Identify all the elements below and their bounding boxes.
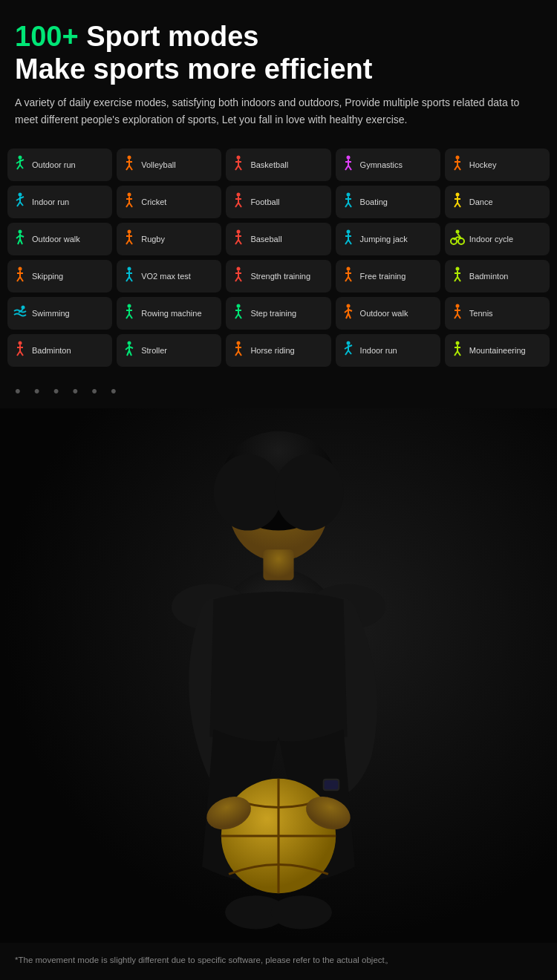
svg-point-127 <box>19 341 22 344</box>
svg-point-138 <box>237 341 241 344</box>
sport-item: Baseball <box>226 223 330 255</box>
svg-line-15 <box>238 166 241 170</box>
dots-indicator: • • • • • • <box>0 374 557 408</box>
svg-line-142 <box>238 351 241 356</box>
sport-label: Swimming <box>32 308 70 318</box>
athlete-section <box>0 408 557 943</box>
sport-icon <box>12 304 28 324</box>
svg-point-99 <box>455 267 459 270</box>
sport-icon <box>449 341 466 361</box>
sport-icon <box>12 155 28 175</box>
svg-line-46 <box>348 203 351 207</box>
sport-label: Rowing machine <box>141 308 201 318</box>
svg-point-21 <box>455 155 459 159</box>
sport-icon <box>230 304 247 324</box>
sport-label: Dance <box>469 197 493 207</box>
sport-item: Football <box>226 186 330 218</box>
sport-icon <box>340 341 356 361</box>
sport-item: Step training <box>226 297 330 330</box>
sport-item: Indoor cycle <box>445 223 550 255</box>
svg-line-121 <box>348 313 351 318</box>
sport-label: Football <box>250 197 279 207</box>
svg-point-111 <box>237 304 241 307</box>
svg-point-104 <box>22 305 25 309</box>
svg-line-88 <box>129 277 132 281</box>
svg-point-79 <box>19 267 22 270</box>
sport-label: Tennis <box>469 308 493 318</box>
svg-line-36 <box>129 203 132 207</box>
svg-line-41 <box>238 203 241 207</box>
sport-item: Boating <box>336 186 440 218</box>
sport-icon <box>12 229 28 249</box>
sport-item: Badminton <box>7 334 112 367</box>
sport-item: Mountaineering <box>445 334 550 367</box>
sport-label: Boating <box>360 197 388 207</box>
svg-point-47 <box>455 192 459 196</box>
svg-point-158 <box>275 454 344 531</box>
sport-label: Gymnastics <box>360 160 403 170</box>
sport-item: Jumping jack <box>336 223 440 255</box>
sport-icon <box>340 229 356 249</box>
sport-label: Baseball <box>250 234 281 244</box>
subtitle: A variety of daily exercise modes, satis… <box>15 94 542 128</box>
svg-point-94 <box>346 267 350 270</box>
sport-item: Indoor run <box>7 186 112 218</box>
disclaimer: *The movement mode is slightly different… <box>0 943 557 978</box>
svg-point-42 <box>346 192 350 196</box>
sport-label: Outdoor walk <box>32 234 80 244</box>
sport-icon <box>12 341 28 361</box>
svg-point-26 <box>19 192 22 196</box>
svg-rect-159 <box>263 549 293 580</box>
sport-item: Outdoor run <box>7 148 112 181</box>
header: 100+ Sport modes Make sports more effici… <box>0 0 557 137</box>
sport-item: Outdoor walk <box>336 297 440 330</box>
sport-item: Hockey <box>445 148 550 181</box>
sport-icon <box>12 267 28 287</box>
sport-icon <box>121 229 137 249</box>
sport-icon <box>230 155 247 175</box>
sport-icon <box>230 267 247 287</box>
sport-icon <box>121 267 137 287</box>
sport-icon <box>449 229 466 249</box>
sport-item: Gymnastics <box>336 148 440 181</box>
sport-icon <box>340 304 356 324</box>
sport-icon <box>121 155 137 175</box>
sport-icon <box>12 192 28 212</box>
svg-point-122 <box>455 304 459 307</box>
sport-label: Indoor run <box>360 345 397 356</box>
svg-point-58 <box>128 229 131 233</box>
sport-icon <box>121 192 137 212</box>
svg-point-32 <box>128 192 131 196</box>
sport-label: Skipping <box>32 271 63 281</box>
sport-icon <box>449 155 466 175</box>
sport-icon <box>230 229 247 249</box>
sport-label: Rugby <box>141 234 165 244</box>
sport-label: Indoor cycle <box>469 234 513 244</box>
sport-item: Badminton <box>445 260 550 293</box>
svg-line-30 <box>17 202 20 206</box>
athlete-figure <box>0 408 557 943</box>
sport-item: Swimming <box>7 297 112 330</box>
svg-line-103 <box>457 277 460 281</box>
sport-item: Free training <box>336 260 440 293</box>
svg-line-98 <box>348 277 351 281</box>
sport-label: VO2 max test <box>141 271 191 281</box>
sport-item: Basketball <box>226 148 330 181</box>
sport-label: Outdoor run <box>32 160 76 170</box>
svg-point-52 <box>19 229 22 233</box>
sport-label: Badminton <box>32 345 71 356</box>
svg-line-25 <box>457 166 460 170</box>
svg-point-75 <box>458 238 464 244</box>
title-line1: 100+ Sport modes <box>15 21 542 53</box>
sport-label: Basketball <box>250 160 288 170</box>
svg-line-137 <box>129 350 131 356</box>
sport-icon <box>340 267 356 287</box>
sport-icon <box>449 267 466 287</box>
svg-line-31 <box>20 202 23 206</box>
sport-item: Cricket <box>117 186 221 218</box>
sport-item: VO2 max test <box>117 260 221 293</box>
svg-point-143 <box>346 341 350 344</box>
svg-line-115 <box>238 314 241 318</box>
sport-item: Stroller <box>117 334 221 367</box>
svg-line-72 <box>348 240 351 244</box>
